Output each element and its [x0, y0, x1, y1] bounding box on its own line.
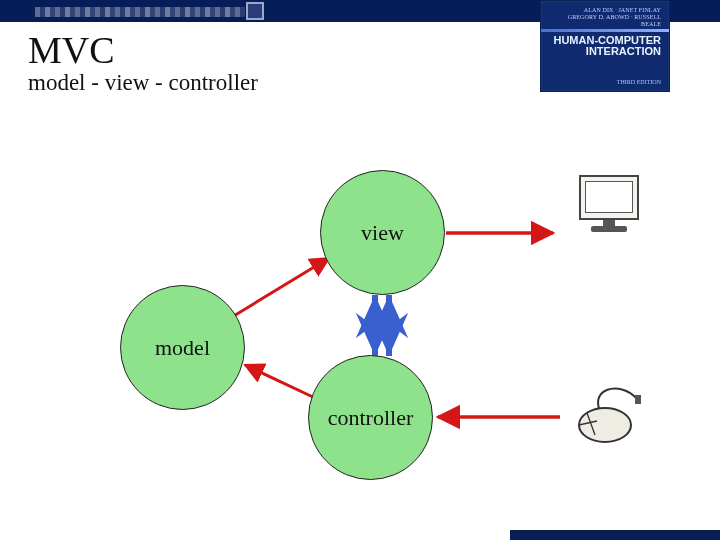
arrow-model-to-view [232, 258, 329, 317]
node-view-label: view [361, 220, 404, 246]
node-controller: controller [308, 355, 433, 480]
diagram-stage: model view controller [0, 135, 720, 515]
bottom-accent-bar [510, 530, 720, 540]
monitor-icon [575, 175, 643, 237]
book-authors-line1: ALAN DIX · JANET FINLAY [549, 7, 661, 14]
book-title-line2: INTERACTION [549, 46, 661, 58]
node-model-label: model [155, 335, 210, 361]
slide-heading: MVC model - view - controller [28, 28, 258, 96]
arrow-view-controller-bidir [375, 295, 389, 356]
book-cover-badge: ALAN DIX · JANET FINLAY GREGORY D. ABOWD… [540, 0, 670, 92]
node-controller-label: controller [328, 405, 414, 431]
node-view: view [320, 170, 445, 295]
page-subtitle: model - view - controller [28, 70, 258, 96]
page-title: MVC [28, 28, 258, 72]
book-edition: THIRD EDITION [617, 79, 661, 85]
badge-accent-bar [541, 29, 669, 32]
svg-rect-5 [635, 395, 641, 404]
node-model: model [120, 285, 245, 410]
binary-digits-decor [35, 7, 245, 17]
book-authors-line2: GREGORY D. ABOWD · RUSSELL BEALE [549, 14, 661, 28]
chip-icon [246, 2, 264, 20]
arrow-controller-to-model [245, 365, 315, 398]
mouse-icon [565, 377, 665, 447]
